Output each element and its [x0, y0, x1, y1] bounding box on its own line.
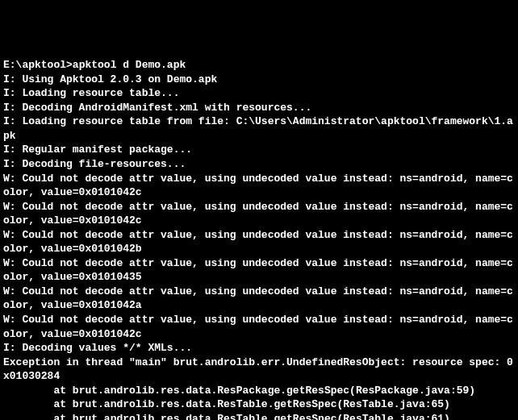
typed-command: apktool d Demo.apk [73, 59, 186, 71]
output-line: W: Could not decode attr value, using un… [3, 285, 515, 313]
terminal-output[interactable]: E:\apktool>apktool d Demo.apkI: Using Ap… [3, 58, 515, 420]
output-line: Exception in thread "main" brut.androlib… [3, 356, 515, 384]
output-line: W: Could not decode attr value, using un… [3, 313, 515, 341]
prompt-path: E:\apktool> [3, 59, 73, 71]
output-line: I: Decoding AndroidManifest.xml with res… [3, 101, 515, 115]
output-line: W: Could not decode attr value, using un… [3, 256, 515, 285]
output-line: I: Loading resource table from file: C:\… [3, 114, 515, 143]
output-line: I: Loading resource table... [3, 86, 515, 101]
output-line: I: Decoding file-resources... [3, 157, 515, 172]
output-line: at brut.androlib.res.data.ResTable.getRe… [3, 397, 515, 412]
output-line: at brut.androlib.res.data.ResPackage.get… [3, 384, 515, 398]
command-line: E:\apktool>apktool d Demo.apk [3, 58, 515, 73]
output-line: I: Regular manifest package... [3, 143, 515, 157]
output-line: I: Decoding values */* XMLs... [3, 341, 515, 356]
output-line: W: Could not decode attr value, using un… [3, 200, 515, 228]
output-line: at brut.androlib.res.data.ResTable.getRe… [3, 412, 515, 420]
output-line: I: Using Apktool 2.0.3 on Demo.apk [3, 73, 515, 87]
output-line: W: Could not decode attr value, using un… [3, 172, 515, 200]
output-line: W: Could not decode attr value, using un… [3, 228, 515, 256]
